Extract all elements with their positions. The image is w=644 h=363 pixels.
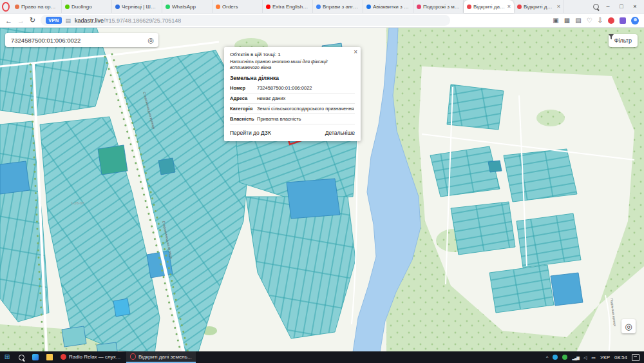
opera-menu-button[interactable] bbox=[0, 0, 12, 13]
tray-app-icon-blue[interactable] bbox=[553, 355, 558, 360]
browser-tab[interactable]: Право на оренду зе... bbox=[12, 0, 62, 13]
start-button[interactable]: ⊞ bbox=[0, 351, 14, 363]
address-text: kadastr.live/#15.97/48.186629/25.705148 bbox=[75, 17, 181, 24]
popup-row: Власність Приватна власність bbox=[230, 114, 355, 124]
locate-target-icon[interactable]: ◎ bbox=[147, 36, 154, 44]
parcel-cluster bbox=[504, 149, 577, 202]
file-explorer-button[interactable] bbox=[43, 351, 57, 363]
popup-row: Адреса немає даних bbox=[230, 93, 355, 104]
url-field[interactable]: VPN ▤ kadastr.live/#15.97/48.186629/25.7… bbox=[41, 15, 450, 26]
browser-tab[interactable]: WhatsApp bbox=[162, 0, 213, 13]
tab-close-icon[interactable]: × bbox=[507, 4, 511, 10]
network-signal-icon[interactable]: ▂▄▆ bbox=[572, 355, 578, 360]
row-value: Землі сільськогосподарського призначення bbox=[257, 106, 355, 112]
details-button[interactable]: Детальніше bbox=[325, 130, 355, 136]
tab-label: Duolingo bbox=[71, 4, 108, 10]
popup-close-icon[interactable]: × bbox=[354, 48, 357, 55]
tab-favicon bbox=[417, 5, 421, 9]
browser-tab[interactable]: Orders bbox=[213, 0, 263, 13]
parcel-cluster bbox=[447, 84, 504, 130]
bookmark-heart-icon[interactable]: ♡ bbox=[587, 17, 592, 24]
taskbar-app-label: Radio Relax — слухат... bbox=[69, 354, 122, 360]
tab-search-icon[interactable] bbox=[593, 4, 599, 10]
popup-hint: Натисніть правою кнопкою миші для фіксац… bbox=[230, 59, 355, 70]
popup-title: Об'єктів в цій точці: 1 bbox=[230, 52, 355, 57]
tray-expand-icon[interactable]: ^ bbox=[546, 355, 548, 360]
row-value: Приватна власність bbox=[257, 116, 355, 122]
tab-label: Чернівці | Швидше з... bbox=[122, 4, 158, 10]
snapshot-icon[interactable]: ▣ bbox=[553, 17, 558, 24]
parcel-cluster bbox=[451, 202, 515, 255]
system-tray: ^ ▂▄▆ ◁ ▭ УКР 08:54 bbox=[546, 354, 644, 361]
reload-button[interactable]: ↻ bbox=[30, 16, 35, 25]
parcel-teal bbox=[488, 161, 502, 172]
browser-tab[interactable]: Відкриті дані земел... × bbox=[514, 0, 564, 13]
pinned-app-icon bbox=[32, 354, 39, 360]
back-button[interactable]: ← bbox=[5, 17, 12, 25]
volume-icon[interactable]: ◁ bbox=[583, 355, 587, 360]
filter-button[interactable]: Фільтр bbox=[609, 34, 638, 47]
battery-icon[interactable]: ▭ bbox=[591, 355, 596, 360]
clock[interactable]: 08:54 bbox=[614, 355, 627, 360]
crosshair-icon: ◎ bbox=[625, 322, 632, 331]
tab-favicon bbox=[316, 5, 321, 9]
tray-app-icon-green[interactable] bbox=[562, 355, 567, 360]
language-indicator[interactable]: УКР bbox=[600, 355, 610, 360]
tab-favicon bbox=[115, 5, 120, 9]
opera-logo-icon bbox=[2, 2, 10, 12]
map-search-box: ◎ bbox=[5, 33, 158, 47]
tab-close-icon[interactable]: × bbox=[557, 4, 560, 10]
action-center-icon[interactable] bbox=[632, 354, 639, 361]
popup-row: Номер 7324587500:01:006:0022 bbox=[230, 83, 355, 93]
pinned-app-button[interactable] bbox=[28, 351, 43, 363]
windows-start-icon: ⊞ bbox=[5, 354, 10, 360]
row-label: Адреса bbox=[230, 95, 257, 101]
tab-label: Авіаквитки з Ясси | ... bbox=[373, 4, 410, 10]
parcel-cluster bbox=[489, 265, 554, 313]
browser-tab[interactable]: Подорожі з м. Ясси... bbox=[413, 0, 464, 13]
browser-tab[interactable]: Вправи з англійськ... bbox=[313, 0, 363, 13]
window-close-button[interactable]: × bbox=[630, 3, 639, 10]
geolocate-button[interactable]: ◎ bbox=[621, 319, 636, 333]
wallet-icon[interactable]: ▤ bbox=[575, 17, 581, 24]
addressbar-actions: ▣ ▦ ▤ ♡ ⇩ bbox=[553, 17, 639, 25]
profile-avatar[interactable] bbox=[631, 17, 639, 25]
parcel-blue bbox=[287, 179, 340, 219]
taskbar-app-browser[interactable]: Відкриті дані земель... bbox=[126, 351, 196, 363]
browser-tab[interactable]: Duolingo bbox=[62, 0, 112, 13]
window-maximize-button[interactable]: □ bbox=[617, 3, 626, 10]
taskbar-app-label: Відкриті дані земель... bbox=[138, 354, 192, 360]
tab-favicon bbox=[65, 5, 70, 9]
parcel-blue bbox=[0, 161, 30, 194]
map-viewport[interactable]: Сторожинецька вулиця Сторожинецька вулиц… bbox=[0, 28, 644, 351]
tab-label: Відкриті дані земел... bbox=[524, 4, 555, 10]
page-info-icon[interactable]: ▤ bbox=[66, 17, 71, 24]
vpn-badge[interactable]: VPN bbox=[46, 17, 61, 24]
goto-dzk-button[interactable]: Перейти до ДЗК bbox=[230, 130, 271, 136]
window-minimize-button[interactable]: – bbox=[603, 3, 612, 10]
tab-label: Подорожі з м. Ясси... bbox=[423, 4, 460, 10]
forest-patch bbox=[536, 110, 565, 126]
extension-icon[interactable] bbox=[620, 17, 626, 24]
parcel-blue bbox=[147, 251, 173, 278]
map-search-input[interactable] bbox=[10, 36, 145, 44]
opera-app-icon bbox=[130, 353, 136, 360]
browser-tab[interactable]: Extra English 09 - Joli... bbox=[263, 0, 313, 13]
browser-tab-active[interactable]: Відкриті дані земельн... × bbox=[464, 0, 514, 13]
tab-favicon bbox=[216, 5, 220, 9]
search-icon bbox=[19, 355, 24, 360]
download-icon[interactable]: ⇩ bbox=[598, 17, 603, 24]
filter-label: Фільтр bbox=[614, 37, 632, 44]
block-code-label: 1-26-07 bbox=[71, 201, 84, 205]
taskbar-search-button[interactable] bbox=[14, 351, 28, 363]
extensions-icon[interactable]: ▦ bbox=[564, 17, 570, 24]
forward-button[interactable]: → bbox=[17, 17, 24, 25]
row-label: Номер bbox=[230, 85, 257, 91]
browser-tab[interactable]: Чернівці | Швидше з... bbox=[112, 0, 162, 13]
taskbar-app-radio[interactable]: Radio Relax — слухат... bbox=[57, 351, 126, 363]
browser-tab[interactable]: Авіаквитки з Ясси | ... bbox=[363, 0, 413, 13]
parcel-info-popup: × Об'єктів в цій точці: 1 Натисніть прав… bbox=[224, 47, 361, 141]
tab-favicon bbox=[467, 5, 471, 9]
adblock-extension-icon[interactable] bbox=[608, 17, 614, 24]
parcel-green bbox=[98, 145, 128, 175]
